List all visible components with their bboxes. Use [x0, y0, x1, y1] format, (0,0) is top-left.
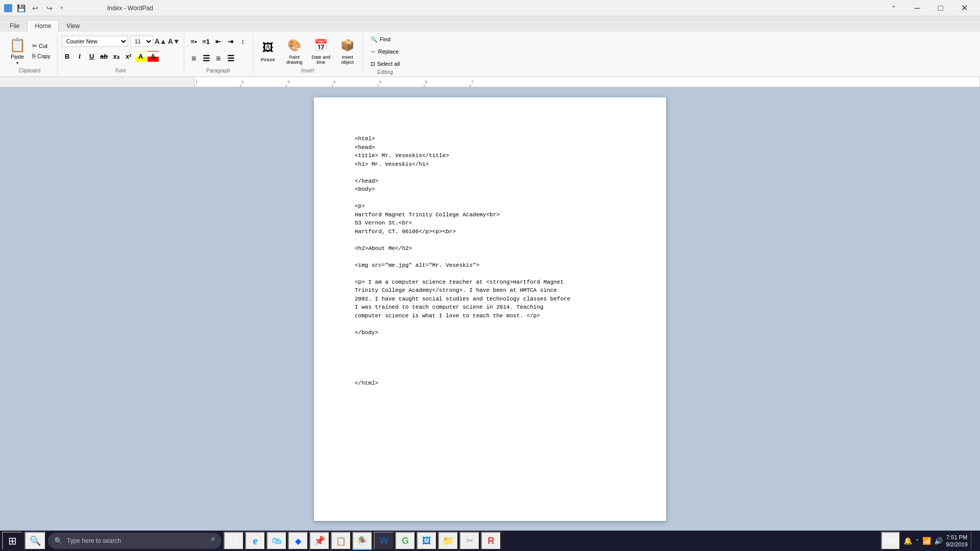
align-center-btn[interactable]: ☰	[201, 53, 212, 64]
font-size-select[interactable]: 11	[130, 36, 153, 47]
taskbar-files[interactable]: 📁	[438, 532, 458, 550]
titlebar-left: 💾 ↩ ↪ ▾ Index - WordPad	[4, 3, 153, 14]
taskbar-right: ENG 🔔 ⌃ 📶 🔊 7:51 PM 9/2/2019	[881, 532, 978, 550]
bullets-btn[interactable]: ≡•	[188, 36, 200, 47]
document-area: <html> <head> <title> Mr. Veseskis</titl…	[0, 87, 980, 531]
editing-group-label: Editing	[367, 69, 404, 76]
tab-home[interactable]: Home	[27, 20, 59, 32]
tab-view[interactable]: View	[59, 20, 87, 32]
subscript-btn[interactable]: x₂	[111, 51, 122, 62]
svg-text:5: 5	[379, 80, 382, 84]
taskbar-sticky[interactable]: 📌	[309, 532, 330, 550]
taskbar-notification-icon[interactable]: 🔔	[903, 537, 912, 545]
collapse-ribbon-btn[interactable]: ⌃	[882, 0, 905, 16]
svg-text:7: 7	[471, 80, 474, 84]
document-scroll-area[interactable]: <html> <head> <title> Mr. Veseskis</titl…	[0, 87, 980, 531]
insert-object-btn[interactable]: 📦 Insert object	[335, 36, 360, 66]
minimize-btn[interactable]: ─	[905, 0, 929, 16]
font-group: Courier New 11 A▲ A▼ B I U ab x₂ x² A A …	[58, 33, 184, 76]
underline-btn[interactable]: U	[86, 51, 97, 62]
taskbar-redapp[interactable]: R	[481, 532, 501, 550]
svg-text:3: 3	[287, 80, 290, 84]
start-button[interactable]: ⊞	[2, 532, 22, 550]
font-name-select[interactable]: Courier New	[62, 36, 128, 47]
font-color-btn[interactable]: A	[148, 51, 159, 62]
taskbar-dropbox[interactable]: ◆	[288, 532, 308, 550]
find-btn[interactable]: 🔍 Find	[367, 34, 404, 45]
search-taskbar-btn[interactable]: 🔍	[24, 532, 46, 550]
para-row1: ≡• ≡1 ⇤ ⇥ ↕	[188, 36, 249, 47]
maximize-btn[interactable]: □	[929, 0, 952, 16]
taskbar-wifi-icon[interactable]: 📶	[922, 537, 931, 545]
find-icon: 🔍	[371, 36, 378, 43]
taskbar-search-box[interactable]: 🔍 Type here to search 🎤	[48, 533, 222, 549]
taskbar-edge[interactable]: e	[245, 532, 265, 550]
close-btn[interactable]: ✕	[952, 0, 976, 16]
ruler: 1 2 3 4 5 6 7	[0, 77, 980, 87]
numbering-btn[interactable]: ≡1	[201, 36, 212, 47]
taskbar-show-desktop[interactable]	[971, 532, 974, 550]
para-row2: ≡ ☰ ≡ ☰	[188, 53, 249, 64]
font-grow-btn[interactable]: A▲	[155, 36, 166, 47]
titlebar-controls: ⌃ ─ □ ✕	[882, 0, 976, 16]
titlebar: 💾 ↩ ↪ ▾ Index - WordPad ⌃ ─ □ ✕	[0, 0, 980, 16]
picture-btn[interactable]: 🖼 Picture	[255, 36, 281, 66]
qat-save-btn[interactable]: 💾	[15, 3, 27, 14]
taskbar-task-view[interactable]: ❑	[224, 532, 244, 550]
taskbar-greenshot[interactable]: G	[395, 532, 415, 550]
editing-group-content: 🔍 Find ↔ Replace ⊡ Select all	[367, 34, 404, 69]
tab-file[interactable]: File	[2, 20, 27, 32]
taskbar-photos[interactable]: 🖼	[416, 532, 437, 550]
highlight-btn[interactable]: A	[135, 51, 146, 62]
indent-less-btn[interactable]: ⇤	[213, 36, 224, 47]
ribbon: File Home View 📋 Paste ▾ ✂ Cut ⎘	[0, 16, 980, 77]
taskbar-snip[interactable]: ✂	[459, 532, 480, 550]
justify-btn[interactable]: ☰	[225, 53, 236, 64]
taskbar-files2[interactable]: 📋	[331, 532, 351, 550]
date-time-btn[interactable]: 📅 Date and time	[308, 36, 334, 66]
svg-text:1: 1	[195, 80, 198, 84]
insert-object-icon: 📦	[339, 37, 356, 54]
paste-btn[interactable]: 📋 Paste ▾	[6, 36, 29, 66]
font-shrink-btn[interactable]: A▼	[168, 36, 180, 47]
qat-undo-btn[interactable]: ↩	[30, 3, 41, 14]
taskbar-chevron-icon[interactable]: ⌃	[915, 538, 919, 544]
strikethrough-btn[interactable]: ab	[99, 51, 110, 62]
cut-btn[interactable]: ✂ Cut	[30, 41, 53, 51]
document-page[interactable]: <html> <head> <title> Mr. Veseskis</titl…	[314, 97, 666, 521]
italic-btn[interactable]: I	[74, 51, 85, 62]
date-display: 9/2/2019	[946, 541, 968, 548]
select-all-btn[interactable]: ⊡ Select all	[367, 58, 404, 69]
replace-btn[interactable]: ↔ Replace	[367, 46, 404, 57]
select-all-label: Select all	[377, 61, 400, 67]
date-time-icon: 📅	[313, 37, 329, 54]
taskbar-volume-icon[interactable]: 🔊	[934, 537, 943, 545]
taskbar-language-btn[interactable]: ENG	[881, 532, 900, 550]
bold-btn[interactable]: B	[62, 51, 73, 62]
superscript-btn[interactable]: x²	[123, 51, 134, 62]
qat-redo-btn[interactable]: ↪	[44, 3, 55, 14]
taskbar-chrome[interactable]	[352, 532, 373, 550]
font-row2: B I U ab x₂ x² A A	[62, 51, 180, 62]
paste-label: Paste	[11, 54, 24, 60]
paint-drawing-btn[interactable]: 🎨 Paint drawing	[282, 36, 307, 66]
insert-object-label: Insert object	[336, 55, 359, 65]
taskbar-word[interactable]: W	[374, 532, 394, 550]
paint-icon: 🎨	[286, 37, 303, 54]
copy-btn[interactable]: ⎘ Copy	[30, 52, 53, 61]
align-right-btn[interactable]: ≡	[213, 53, 224, 64]
align-left-btn[interactable]: ≡	[188, 53, 200, 64]
document-content[interactable]: <html> <head> <title> Mr. Veseskis</titl…	[355, 135, 625, 387]
time-display: 7:51 PM	[946, 534, 967, 541]
svg-text:4: 4	[333, 80, 336, 84]
paint-label: Paint drawing	[283, 55, 306, 65]
ruler-markings: 1 2 3 4 5 6 7	[194, 77, 979, 87]
replace-icon: ↔	[371, 48, 376, 55]
clipboard-small-btns: ✂ Cut ⎘ Copy	[30, 41, 53, 61]
copy-label: Copy	[37, 53, 51, 59]
app-icon	[4, 4, 12, 12]
taskbar-store[interactable]: 🛍	[266, 532, 287, 550]
line-spacing-btn[interactable]: ↕	[237, 36, 249, 47]
taskbar-time[interactable]: 7:51 PM 9/2/2019	[946, 534, 968, 548]
indent-more-btn[interactable]: ⇥	[225, 36, 236, 47]
